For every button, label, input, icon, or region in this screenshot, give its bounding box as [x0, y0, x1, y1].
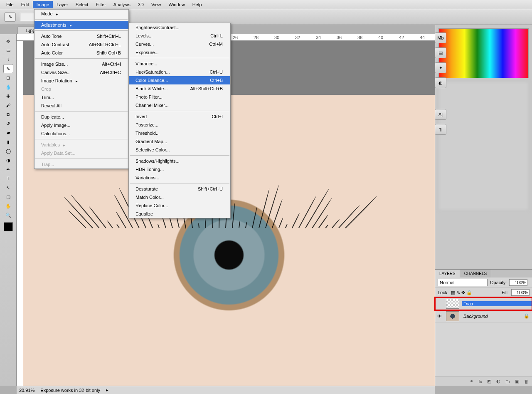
- menu-item-hdr-toning[interactable]: HDR Toning...: [129, 165, 230, 173]
- menu-filter[interactable]: Filter: [92, 1, 109, 8]
- menu-item-variables: Variables: [34, 141, 128, 149]
- menu-image[interactable]: Image: [33, 1, 53, 8]
- layer-row[interactable]: 👁Background🔒: [435, 310, 532, 322]
- mini-bridge-icon[interactable]: Mb: [435, 32, 446, 43]
- delete-layer-icon[interactable]: 🗑: [524, 379, 529, 384]
- menu-item-image-rotation[interactable]: Image Rotation: [34, 77, 128, 85]
- move-tool[interactable]: ✥: [3, 37, 13, 46]
- history-panel[interactable]: [438, 82, 529, 211]
- layer-name[interactable]: Глаз: [462, 301, 532, 306]
- layer-mask-icon[interactable]: ◩: [487, 379, 491, 384]
- opacity-input[interactable]: 100%: [509, 279, 527, 286]
- gradient-tool[interactable]: ▮: [3, 137, 13, 146]
- menu-item-selective-color[interactable]: Selective Color...: [129, 146, 230, 154]
- menu-item-duplicate[interactable]: Duplicate...: [34, 113, 128, 121]
- menu-item-levels[interactable]: Levels...Ctrl+L: [129, 32, 230, 40]
- menu-item-curves[interactable]: Curves...Ctrl+M: [129, 40, 230, 48]
- menu-item-shadows-highlights[interactable]: Shadows/Highlights...: [129, 157, 230, 165]
- menu-analysis[interactable]: Analysis: [110, 1, 134, 8]
- menu-item-replace-color[interactable]: Replace Color...: [129, 201, 230, 210]
- menu-item-gradient-map[interactable]: Gradient Map...: [129, 137, 230, 146]
- brush-tool[interactable]: 🖌: [3, 101, 13, 110]
- menu-window[interactable]: Window: [165, 1, 189, 8]
- lasso-tool[interactable]: ⌇: [3, 55, 13, 64]
- blur-tool[interactable]: ◯: [3, 146, 13, 156]
- menu-3d[interactable]: 3D: [134, 1, 148, 8]
- tool-preset-icon[interactable]: ✎: [4, 12, 16, 22]
- menu-select[interactable]: Select: [72, 1, 92, 8]
- lock-icons[interactable]: ▦ ✎ ✥ 🔒: [451, 290, 472, 295]
- menu-item-auto-tone[interactable]: Auto ToneShift+Ctrl+L: [34, 32, 128, 40]
- menu-layer[interactable]: Layer: [53, 1, 72, 8]
- menu-item-vibrance[interactable]: Vibrance...: [129, 59, 230, 68]
- blend-mode-select[interactable]: Normal: [438, 279, 488, 286]
- menu-file[interactable]: File: [2, 1, 17, 8]
- menu-item-invert[interactable]: InvertCtrl+I: [129, 112, 230, 121]
- layer-row[interactable]: Глаз: [435, 297, 532, 310]
- menu-item-variations[interactable]: Variations...: [129, 173, 230, 182]
- menu-help[interactable]: Help: [189, 1, 206, 8]
- menu-item-apply-image[interactable]: Apply Image...: [34, 121, 128, 129]
- adjustments-icon[interactable]: ◐: [435, 77, 446, 88]
- status-arrow-icon[interactable]: ▸: [106, 387, 108, 393]
- crop-tool[interactable]: ⊟: [3, 73, 13, 82]
- menu-item-posterize[interactable]: Posterize...: [129, 121, 230, 129]
- quick-select-tool[interactable]: ✎: [3, 64, 13, 73]
- zoom-level[interactable]: 20.91%: [19, 388, 34, 393]
- channels-tab[interactable]: CHANNELS: [460, 270, 491, 278]
- menu-item-calculations[interactable]: Calculations...: [34, 129, 128, 138]
- menu-item-exposure[interactable]: Exposure...: [129, 48, 230, 57]
- foreground-color-swatch[interactable]: [4, 222, 13, 231]
- new-layer-icon[interactable]: ▣: [515, 379, 519, 384]
- rectangle-tool[interactable]: ▢: [3, 192, 13, 201]
- layer-fx-icon[interactable]: fx: [478, 379, 482, 384]
- link-layers-icon[interactable]: ⚭: [470, 379, 473, 384]
- hand-tool[interactable]: ✋: [3, 201, 13, 211]
- pen-tool[interactable]: ✒: [3, 165, 13, 174]
- styles-icon[interactable]: ✦: [435, 62, 446, 73]
- menu-item-reveal-all[interactable]: Reveal All: [34, 102, 128, 110]
- dodge-tool[interactable]: ◑: [3, 156, 13, 165]
- character-icon[interactable]: A|: [435, 109, 446, 120]
- vertical-ruler: [17, 41, 23, 386]
- layer-name[interactable]: Background: [462, 314, 524, 319]
- adjustment-layer-icon[interactable]: ◐: [496, 379, 500, 384]
- layer-group-icon[interactable]: 🗀: [505, 379, 510, 384]
- fill-input[interactable]: 100%: [511, 289, 530, 296]
- visibility-icon[interactable]: 👁: [435, 314, 443, 319]
- path-select-tool[interactable]: ↖: [3, 183, 13, 192]
- menu-item-adjustments[interactable]: Adjustments: [34, 21, 128, 29]
- menu-item-brightness-contrast[interactable]: Brightness/Contrast...: [129, 23, 230, 32]
- menu-item-black-white[interactable]: Black & White...Alt+Shift+Ctrl+B: [129, 84, 230, 93]
- layers-tab[interactable]: LAYERS: [435, 270, 460, 278]
- layer-thumbnail[interactable]: [446, 311, 459, 321]
- eyedropper-tool[interactable]: 💧: [3, 82, 13, 92]
- menu-item-hue-saturation[interactable]: Hue/Saturation...Ctrl+U: [129, 68, 230, 76]
- menu-view[interactable]: View: [148, 1, 165, 8]
- menu-item-threshold[interactable]: Threshold...: [129, 129, 230, 137]
- stamp-tool[interactable]: ⧉: [3, 110, 13, 119]
- menu-item-match-color[interactable]: Match Color...: [129, 193, 230, 201]
- menu-edit[interactable]: Edit: [17, 1, 33, 8]
- menu-item-color-balance[interactable]: Color Balance...Ctrl+B: [129, 76, 230, 84]
- menu-item-trim[interactable]: Trim...: [34, 93, 128, 102]
- menu-item-photo-filter[interactable]: Photo Filter...: [129, 93, 230, 101]
- menu-item-mode[interactable]: Mode: [34, 10, 128, 18]
- zoom-tool[interactable]: 🔍: [3, 211, 13, 220]
- eraser-tool[interactable]: ▰: [3, 128, 13, 137]
- menu-item-auto-contrast[interactable]: Auto ContrastAlt+Shift+Ctrl+L: [34, 40, 128, 49]
- menu-item-auto-color[interactable]: Auto ColorShift+Ctrl+B: [34, 49, 128, 57]
- color-panel[interactable]: [438, 28, 529, 78]
- menu-item-canvas-size[interactable]: Canvas Size...Alt+Ctrl+C: [34, 68, 128, 77]
- paragraph-icon[interactable]: ¶: [435, 124, 446, 135]
- swatches-icon[interactable]: ▤: [435, 47, 446, 58]
- marquee-tool[interactable]: ▭: [3, 46, 13, 55]
- type-tool[interactable]: T: [3, 174, 13, 183]
- menu-item-channel-mixer[interactable]: Channel Mixer...: [129, 101, 230, 109]
- history-brush-tool[interactable]: ↺: [3, 119, 13, 128]
- menu-item-equalize[interactable]: Equalize: [129, 210, 230, 218]
- heal-tool[interactable]: ✚: [3, 92, 13, 101]
- menu-item-desaturate[interactable]: DesaturateShift+Ctrl+U: [129, 185, 230, 193]
- layer-thumbnail[interactable]: [446, 299, 459, 309]
- menu-item-image-size[interactable]: Image Size...Alt+Ctrl+I: [34, 60, 128, 68]
